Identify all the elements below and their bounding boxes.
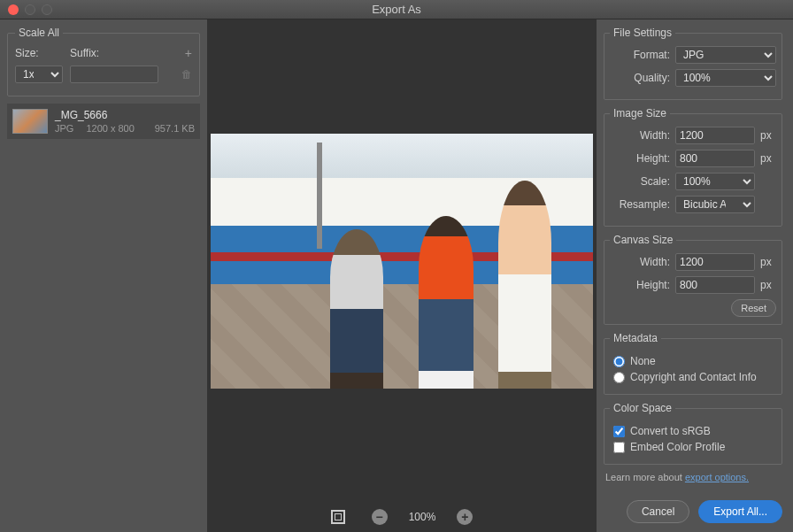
file-format: JPG	[55, 123, 73, 134]
file-settings-legend: File Settings	[610, 27, 675, 39]
suffix-input[interactable]	[70, 66, 158, 83]
embed-profile-row[interactable]: Embed Color Profile	[613, 441, 776, 453]
img-width-label: Width:	[610, 129, 670, 142]
format-label: Format:	[610, 49, 670, 61]
embed-profile-checkbox[interactable]	[613, 442, 625, 453]
cancel-button[interactable]: Cancel	[627, 500, 689, 523]
window-title: Export As	[0, 3, 793, 16]
metadata-copyright-radio[interactable]	[613, 372, 625, 383]
scale-all-legend: Scale All	[15, 27, 63, 39]
delete-size-icon[interactable]: 🗑	[181, 68, 192, 81]
img-height-label: Height:	[610, 152, 670, 165]
img-width-input[interactable]	[675, 127, 755, 144]
resample-select[interactable]: Bicubic Aut...	[675, 196, 755, 213]
file-thumbnail	[12, 109, 48, 134]
file-dimensions: 1200 x 800	[86, 123, 134, 134]
scale-select[interactable]: 100%	[675, 173, 755, 190]
zoom-level: 100%	[409, 511, 436, 523]
zoom-out-button[interactable]: −	[372, 509, 388, 525]
size-label: Size:	[15, 47, 63, 59]
scale-label: Scale:	[610, 175, 670, 188]
img-height-input[interactable]	[675, 150, 755, 167]
canvas-height-input[interactable]	[675, 276, 755, 294]
export-all-button[interactable]: Export All...	[698, 500, 782, 523]
image-size-legend: Image Size	[610, 107, 670, 120]
metadata-none-radio[interactable]	[613, 356, 625, 367]
reset-button[interactable]: Reset	[731, 299, 776, 317]
metadata-none-label: None	[630, 355, 656, 367]
window-maximize-button[interactable]	[42, 4, 52, 15]
canvas-size-legend: Canvas Size	[610, 234, 676, 246]
zoom-in-button[interactable]: +	[457, 509, 473, 525]
size-select[interactable]: 1x	[15, 66, 63, 83]
export-options-link[interactable]: export options.	[685, 472, 749, 482]
quality-select[interactable]: 100%	[675, 69, 776, 87]
format-select[interactable]: JPG	[675, 46, 776, 64]
color-space-legend: Color Space	[610, 402, 675, 414]
canvas-height-unit: px	[760, 279, 776, 291]
image-size-group: Image Size Width: px Height: px Scale: 1…	[604, 107, 782, 227]
convert-srgb-label: Convert to sRGB	[630, 425, 711, 437]
preview-image	[211, 134, 593, 389]
canvas-size-group: Canvas Size Width: px Height: px Reset	[604, 234, 782, 325]
window-close-button[interactable]	[8, 4, 19, 15]
resample-label: Resample:	[610, 198, 670, 211]
file-settings-group: File Settings Format: JPG Quality: 100%	[604, 27, 782, 100]
preview-area	[207, 19, 597, 502]
suffix-label: Suffix:	[70, 47, 99, 59]
canvas-width-unit: px	[760, 256, 776, 268]
color-space-group: Color Space Convert to sRGB Embed Color …	[604, 402, 782, 465]
convert-srgb-checkbox[interactable]	[613, 426, 625, 437]
metadata-group: Metadata None Copyright and Contact Info	[604, 332, 782, 395]
window-minimize-button[interactable]	[25, 4, 35, 15]
add-size-icon[interactable]: +	[185, 46, 192, 60]
file-size: 957.1 KB	[155, 123, 195, 134]
scale-all-group: Scale All Size: Suffix: + 1x 🗑	[7, 27, 200, 96]
img-height-unit: px	[760, 152, 776, 165]
canvas-width-label: Width:	[610, 256, 670, 268]
metadata-copyright-label: Copyright and Contact Info	[630, 371, 757, 383]
metadata-copyright-row[interactable]: Copyright and Contact Info	[613, 371, 776, 383]
export-file-item[interactable]: _MG_5666 JPG 1200 x 800 957.1 KB	[7, 104, 200, 139]
metadata-legend: Metadata	[610, 332, 661, 344]
metadata-none-row[interactable]: None	[613, 355, 776, 367]
file-name: _MG_5666	[55, 109, 195, 121]
learn-more-text: Learn more about export options.	[605, 472, 781, 482]
convert-srgb-row[interactable]: Convert to sRGB	[613, 425, 776, 437]
img-width-unit: px	[760, 129, 776, 142]
quality-label: Quality:	[610, 72, 670, 84]
embed-profile-label: Embed Color Profile	[630, 441, 725, 453]
crop-icon[interactable]	[331, 510, 345, 524]
canvas-height-label: Height:	[610, 279, 670, 291]
canvas-width-input[interactable]	[675, 253, 755, 271]
